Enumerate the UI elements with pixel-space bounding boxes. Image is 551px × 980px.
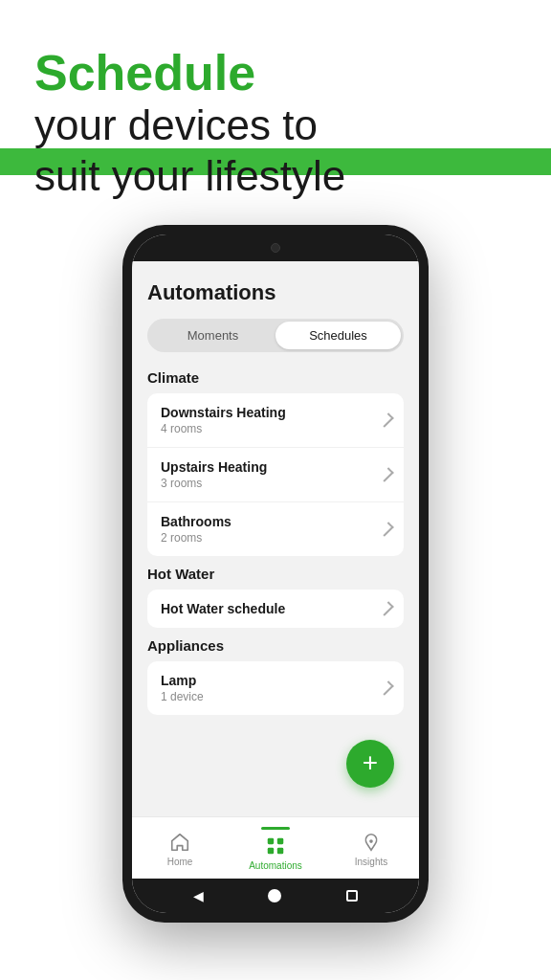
downstairs-heating-sub: 4 rooms xyxy=(161,422,286,435)
subtitle-line2: suit your lifestyle xyxy=(34,152,345,199)
nav-item-insights[interactable]: Insights xyxy=(342,831,400,867)
tabs-container: Moments Schedules xyxy=(147,319,404,352)
nav-item-home[interactable]: Home xyxy=(151,831,209,867)
bathrooms-text: Bathrooms 2 rooms xyxy=(161,514,231,545)
active-indicator xyxy=(261,827,290,830)
phone-screen: Automations Moments Schedules Climate D xyxy=(132,234,419,913)
svg-rect-2 xyxy=(268,848,274,854)
downstairs-heating-name: Downstairs Heating xyxy=(161,405,286,420)
subtitle: your devices to suit your lifestyle xyxy=(34,100,517,202)
back-button[interactable]: ◀ xyxy=(193,888,204,903)
section-hotwater-label: Hot Water xyxy=(147,566,404,582)
header-section: Schedule your devices to suit your lifes… xyxy=(0,0,551,225)
tab-moments[interactable]: Moments xyxy=(150,322,276,349)
phone-body: Automations Moments Schedules Climate D xyxy=(122,225,429,923)
upstairs-heating-name: Upstairs Heating xyxy=(161,459,267,475)
insights-icon xyxy=(360,831,383,854)
section-appliances-label: Appliances xyxy=(147,637,404,654)
hot-water-schedule-text: Hot Water schedule xyxy=(161,601,285,616)
fab-container: + xyxy=(147,724,404,797)
chevron-icon-lamp xyxy=(379,680,394,696)
nav-automations-label: Automations xyxy=(249,860,302,871)
list-item-bathrooms[interactable]: Bathrooms 2 rooms xyxy=(147,502,404,556)
schedule-highlight: Schedule xyxy=(34,46,517,100)
chevron-icon-bathrooms xyxy=(379,522,394,537)
svg-rect-0 xyxy=(268,838,274,844)
bathrooms-name: Bathrooms xyxy=(161,514,231,529)
chevron-icon-hotwater xyxy=(379,601,394,616)
plus-icon: + xyxy=(363,749,378,776)
upstairs-heating-text: Upstairs Heating 3 rooms xyxy=(161,459,267,490)
lamp-text: Lamp 1 device xyxy=(161,673,204,703)
camera-dot xyxy=(271,243,280,253)
bottom-nav: Home Automations xyxy=(132,816,419,879)
bathrooms-sub: 2 rooms xyxy=(161,531,231,545)
phone-mockup: Automations Moments Schedules Climate D xyxy=(0,225,551,942)
upstairs-heating-sub: 3 rooms xyxy=(161,477,267,490)
home-button[interactable] xyxy=(268,889,281,902)
downstairs-heating-text: Downstairs Heating 4 rooms xyxy=(161,405,286,435)
subtitle-line1: your devices to xyxy=(34,101,318,148)
nav-home-label: Home xyxy=(167,857,193,867)
nav-item-automations[interactable]: Automations xyxy=(247,827,304,871)
tab-schedules[interactable]: Schedules xyxy=(276,322,401,349)
svg-point-4 xyxy=(369,839,373,843)
app-title: Automations xyxy=(147,280,404,305)
section-climate-label: Climate xyxy=(147,369,404,386)
android-nav-bar: ◀ xyxy=(132,879,419,913)
add-button[interactable]: + xyxy=(346,740,394,788)
list-item-downstairs-heating[interactable]: Downstairs Heating 4 rooms xyxy=(147,393,404,448)
list-item-hot-water-schedule[interactable]: Hot Water schedule xyxy=(147,590,404,628)
svg-rect-1 xyxy=(277,838,283,844)
app-content: Automations Moments Schedules Climate D xyxy=(132,261,419,816)
phone-notch xyxy=(132,234,419,261)
automations-icon xyxy=(264,835,287,858)
nav-insights-label: Insights xyxy=(355,857,387,867)
list-item-upstairs-heating[interactable]: Upstairs Heating 3 rooms xyxy=(147,448,404,502)
hotwater-list-card: Hot Water schedule xyxy=(147,590,404,628)
home-icon xyxy=(168,831,191,854)
hot-water-schedule-name: Hot Water schedule xyxy=(161,601,285,616)
lamp-sub: 1 device xyxy=(161,690,204,703)
recents-button[interactable] xyxy=(346,890,358,902)
list-item-lamp[interactable]: Lamp 1 device xyxy=(147,661,404,715)
chevron-icon-downstairs xyxy=(379,412,394,428)
appliances-list-card: Lamp 1 device xyxy=(147,661,404,715)
chevron-icon-upstairs xyxy=(379,467,394,482)
lamp-name: Lamp xyxy=(161,673,204,688)
climate-list-card: Downstairs Heating 4 rooms Upstairs Heat… xyxy=(147,393,404,556)
svg-rect-3 xyxy=(277,848,283,854)
